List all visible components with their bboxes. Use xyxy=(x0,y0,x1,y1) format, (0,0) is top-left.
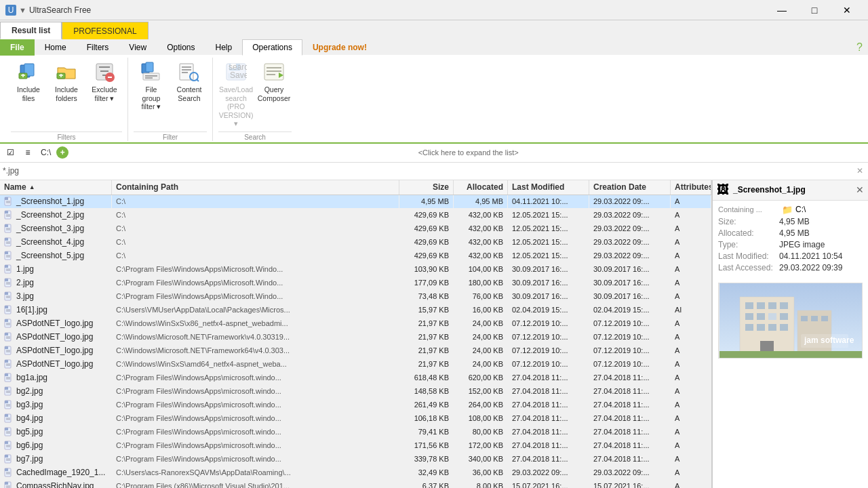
ribbon-tab-help[interactable]: Help xyxy=(205,39,243,56)
content-search-button[interactable]: Content Search xyxy=(172,58,207,104)
cell-attrs: A xyxy=(671,453,711,466)
table-row[interactable]: 1.jpg C:\Program Files\WindowsApps\Micro… xyxy=(0,263,711,277)
col-last-modified[interactable]: Last Modified xyxy=(508,180,589,195)
table-row[interactable]: ASPdotNET_logo.jpg C:\Windows\Microsoft.… xyxy=(0,331,711,344)
ribbon-filter-buttons: File group filter ▾ Content Search xyxy=(134,58,207,130)
table-row[interactable]: _Screenshot_1.jpg C:\ 4,95 MB 4,95 MB 04… xyxy=(0,195,711,209)
cell-alloc: 432,00 KB xyxy=(454,222,508,235)
minimize-button[interactable]: — xyxy=(766,0,797,20)
query-composer-button[interactable]: Query Composer xyxy=(256,58,292,104)
cell-created: 29.03.2022 09:... xyxy=(589,195,671,208)
file-icon xyxy=(4,346,14,355)
accessed-row: Last Accessed: 29.03.2022 09:39 xyxy=(718,263,863,272)
close-button[interactable]: ✕ xyxy=(831,0,863,20)
svg-rect-117 xyxy=(5,468,8,471)
ribbon-tab-options[interactable]: Options xyxy=(157,39,205,56)
cell-attrs: A xyxy=(671,222,711,235)
cell-created: 29.03.2022 09:... xyxy=(589,209,671,222)
tab-result-list[interactable]: Result list xyxy=(0,22,62,39)
table-row[interactable]: bg2.jpg C:\Program Files\WindowsApps\mic… xyxy=(0,385,711,399)
cell-size: 429,69 KB xyxy=(399,236,454,249)
table-row[interactable]: ASPdotNET_logo.jpg C:\Windows\WinSxS\x86… xyxy=(0,317,711,331)
ribbon-tab-upgrade[interactable]: Upgrade now! xyxy=(302,39,377,56)
right-panel-close-button[interactable]: ✕ xyxy=(856,184,864,195)
table-row[interactable]: CompassRichNav.jpg C:\Program Files (x86… xyxy=(0,480,711,488)
cell-created: 07.12.2019 10:... xyxy=(589,358,671,371)
file-icon xyxy=(4,373,14,382)
table-row[interactable]: bg1a.jpg C:\Program Files\WindowsApps\mi… xyxy=(0,371,711,385)
cell-alloc: 24,00 KB xyxy=(454,317,508,330)
filter-group-label: Filter xyxy=(134,131,207,141)
table-row[interactable]: 2.jpg C:\Program Files\WindowsApps\Micro… xyxy=(0,277,711,290)
cell-attrs: A xyxy=(671,249,711,262)
table-row[interactable]: bg7.jpg C:\Program Files\WindowsApps\mic… xyxy=(0,453,711,466)
table-row[interactable]: ASPdotNET_logo.jpg C:\Windows\WinSxS\amd… xyxy=(0,358,711,371)
maximize-button[interactable]: □ xyxy=(799,0,830,20)
file-group-filter-button[interactable]: File group filter ▾ xyxy=(134,58,169,113)
cell-alloc: 432,00 KB xyxy=(454,249,508,262)
table-row[interactable]: _Screenshot_4.jpg C:\ 429,69 KB 432,00 K… xyxy=(0,236,711,249)
table-row[interactable]: ASPdotNET_logo.jpg C:\Windows\Microsoft.… xyxy=(0,344,711,358)
ribbon-tab-file[interactable]: File xyxy=(0,39,35,56)
add-drive-button[interactable]: + xyxy=(56,146,68,159)
table-body: _Screenshot_1.jpg C:\ 4,95 MB 4,95 MB 04… xyxy=(0,195,711,488)
table-row[interactable]: 16[1].jpg C:\Users\VMUser\AppData\Local\… xyxy=(0,304,711,317)
help-icon[interactable]: ? xyxy=(856,41,863,54)
cell-name: 1.jpg xyxy=(0,263,112,276)
list-icon-btn[interactable]: ≡ xyxy=(20,145,35,160)
cell-name: _Screenshot_2.jpg xyxy=(0,209,112,222)
size-value: 4,95 MB xyxy=(779,217,810,226)
file-icon xyxy=(4,291,14,301)
table-row[interactable]: _Screenshot_5.jpg C:\ 429,69 KB 432,00 K… xyxy=(0,249,711,263)
table-row[interactable]: _Screenshot_3.jpg C:\ 429,69 KB 432,00 K… xyxy=(0,222,711,236)
ribbon-tab-filters[interactable]: Filters xyxy=(77,39,119,56)
expand-list-text: <Click here to expand the list> xyxy=(418,148,519,157)
include-files-button[interactable]: Include files xyxy=(11,58,46,104)
file-icon xyxy=(4,224,14,233)
tab-professional[interactable]: PROFESSIONAL xyxy=(62,22,148,39)
table-row[interactable]: bg4.jpg C:\Program Files\WindowsApps\mic… xyxy=(0,412,711,426)
ribbon-tab-operations[interactable]: Operations xyxy=(242,39,302,56)
table-row[interactable]: bg5.jpg C:\Program Files\WindowsApps\mic… xyxy=(0,426,711,439)
cell-attrs: A xyxy=(671,195,711,208)
search-clear-button[interactable]: ✕ xyxy=(854,165,865,176)
ribbon: File Home Filters View Options Help Oper… xyxy=(0,39,868,144)
svg-rect-65 xyxy=(5,292,8,295)
table-row[interactable]: bg6.jpg C:\Program Files\WindowsApps\mic… xyxy=(0,439,711,453)
exclude-filter-button[interactable]: Exclude filter ▾ xyxy=(87,58,122,104)
svg-rect-97 xyxy=(5,401,8,403)
table-row[interactable]: CachedImage_1920_1... C:\Users\acs-Ranor… xyxy=(0,466,711,480)
save-load-button[interactable]: Save Load search Save/Load search (PRO V… xyxy=(218,58,254,130)
expand-list-bar[interactable]: <Click here to expand the list> xyxy=(71,145,865,161)
col-name[interactable]: Name ▲ xyxy=(0,180,112,195)
col-size[interactable]: Size xyxy=(399,180,454,195)
svg-rect-89 xyxy=(5,373,8,376)
svg-rect-31 xyxy=(264,64,283,80)
table-header[interactable]: Name ▲ Containing Path Size Allocated La… xyxy=(0,180,711,195)
col-attributes[interactable]: Attributes xyxy=(671,180,711,195)
cell-modified: 12.05.2021 15:... xyxy=(508,209,589,222)
ribbon-tab-view[interactable]: View xyxy=(119,39,157,56)
cell-name: 3.jpg xyxy=(0,290,112,303)
col-allocated[interactable]: Allocated xyxy=(454,180,508,195)
ribbon-tab-home[interactable]: Home xyxy=(35,39,77,56)
svg-rect-130 xyxy=(745,302,753,309)
cell-name: ASPdotNET_logo.jpg xyxy=(0,331,112,344)
table-row[interactable]: 3.jpg C:\Program Files\WindowsApps\Micro… xyxy=(0,290,711,304)
cell-created: 27.04.2018 11:... xyxy=(589,439,671,452)
include-folders-button[interactable]: Include folders xyxy=(49,58,84,104)
check-icon-btn[interactable]: ☑ xyxy=(3,145,18,160)
search-input[interactable] xyxy=(3,166,854,176)
col-creation-date[interactable]: Creation Date xyxy=(589,180,671,195)
svg-rect-105 xyxy=(5,428,8,430)
table-row[interactable]: _Screenshot_2.jpg C:\ 429,69 KB 432,00 K… xyxy=(0,209,711,222)
table-row[interactable]: bg3.jpg C:\Program Files\WindowsApps\mic… xyxy=(0,399,711,412)
ribbon-group-search: Save Load search Save/Load search (PRO V… xyxy=(213,58,297,141)
type-row: Type: JPEG image xyxy=(718,240,863,249)
cell-created: 30.09.2017 16:... xyxy=(589,290,671,303)
cell-size: 148,58 KB xyxy=(399,385,454,398)
ribbon-group-filters: Include files Include folders xyxy=(5,58,128,141)
col-containing-path[interactable]: Containing Path xyxy=(112,180,399,195)
preview-image: jam software xyxy=(719,283,862,358)
main-content: Name ▲ Containing Path Size Allocated La… xyxy=(0,180,868,488)
